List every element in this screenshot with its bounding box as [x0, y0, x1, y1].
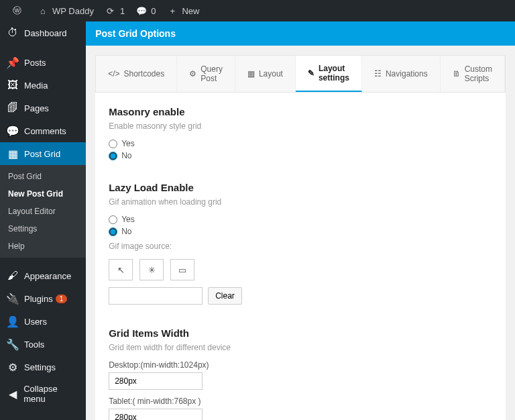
- layout-icon: ▦: [247, 69, 255, 78]
- comment-icon: 💬: [7, 125, 19, 137]
- comments-link[interactable]: 💬0: [130, 0, 161, 21]
- sidebar-item-posts[interactable]: 📌Posts: [0, 51, 86, 74]
- wordpress-icon: ⓦ: [11, 5, 23, 17]
- desktop-label: Desktop:(min-width:1024px): [109, 360, 492, 370]
- tablet-width-input[interactable]: [109, 409, 203, 420]
- page-title: Post Grid Options: [86, 21, 515, 46]
- width-title: Grid Items Width: [109, 327, 492, 339]
- sidebar-item-comments[interactable]: 💬Comments: [0, 119, 86, 142]
- tab-navigations[interactable]: ☷Navigations: [362, 56, 441, 92]
- tab-layout-settings[interactable]: ✎Layout settings: [296, 56, 362, 92]
- new-label: New: [182, 6, 199, 16]
- sidebar-submenu: Post Grid New Post Grid Layout Editor Se…: [0, 165, 86, 258]
- lazy-title: Lazy Load Enable: [109, 182, 492, 193]
- comments-count: 0: [151, 6, 156, 16]
- sidebar-item-dashboard[interactable]: ⏱Dashboard: [0, 21, 86, 44]
- submenu-layout-editor[interactable]: Layout Editor: [0, 203, 86, 220]
- sidebar-item-pages[interactable]: 🗐Pages: [0, 97, 86, 119]
- user-icon: 👤: [7, 315, 19, 327]
- new-link[interactable]: +New: [161, 0, 205, 21]
- gif-thumbs: ↖ ✳ ▭: [109, 259, 492, 280]
- media-icon: 🖾: [7, 79, 19, 91]
- page-icon: 🗐: [7, 102, 19, 114]
- grid-icon: ▦: [7, 148, 19, 160]
- submenu-new-postgrid[interactable]: New Post Grid: [0, 185, 86, 203]
- sidebar-item-media[interactable]: 🖾Media: [0, 74, 86, 97]
- updates-link[interactable]: ⟳1: [99, 0, 130, 21]
- submenu-postgrid[interactable]: Post Grid: [0, 168, 86, 185]
- tab-scripts[interactable]: 🗎Custom Scripts: [441, 56, 505, 92]
- site-link[interactable]: ⌂WP Daddy: [32, 0, 99, 21]
- content-area: Post Grid Options </>Shortcodes ⚙Query P…: [86, 21, 515, 420]
- gif-thumb-3[interactable]: ▭: [170, 259, 194, 280]
- updates-count: 1: [120, 6, 125, 16]
- home-icon: ⌂: [37, 5, 49, 17]
- tab-query[interactable]: ⚙Query Post: [177, 56, 235, 92]
- tab-shortcodes[interactable]: </>Shortcodes: [96, 56, 177, 92]
- masonry-title: Masonry enable: [109, 106, 492, 117]
- gif-source-input[interactable]: [109, 287, 203, 305]
- tablet-label: Tablet:( min-width:768px ): [109, 397, 492, 406]
- lazy-desc: Gif animation when loading grid: [109, 197, 492, 207]
- brush-icon: 🖌: [7, 270, 19, 282]
- masonry-radio-yes[interactable]: Yes: [109, 139, 492, 148]
- settings-panel: Masonry enable Enable masonry style grid…: [95, 93, 506, 420]
- wp-logo[interactable]: ⓦ: [5, 0, 32, 21]
- admin-sidebar: ⏱Dashboard 📌Posts 🖾Media 🗐Pages 💬Comment…: [0, 21, 86, 420]
- plugins-badge: 1: [56, 295, 68, 303]
- plus-icon: +: [166, 5, 178, 17]
- sidebar-item-appearance[interactable]: 🖌Appearance: [0, 264, 86, 287]
- tabs-nav: </>Shortcodes ⚙Query Post ▦Layout ✎Layou…: [95, 55, 506, 93]
- script-icon: 🗎: [453, 69, 461, 78]
- lazy-radio-yes[interactable]: Yes: [109, 215, 492, 224]
- sidebar-item-postgrid[interactable]: ▦Post Grid: [0, 142, 86, 165]
- comment-icon: 💬: [135, 5, 148, 17]
- site-name: WP Daddy: [52, 6, 94, 16]
- pencil-icon: ✎: [308, 68, 314, 78]
- clear-button[interactable]: Clear: [208, 287, 242, 305]
- pin-icon: 📌: [7, 56, 19, 68]
- gif-source-label: Gif image source:: [109, 242, 492, 251]
- collapse-icon: ◀: [7, 388, 18, 400]
- sidebar-item-plugins[interactable]: 🔌Plugins1: [0, 287, 86, 310]
- lazy-radio-no[interactable]: No: [109, 227, 492, 236]
- desktop-width-input[interactable]: [109, 372, 203, 390]
- sidebar-item-users[interactable]: 👤Users: [0, 310, 86, 333]
- sidebar-item-settings[interactable]: ⚙Settings: [0, 356, 86, 378]
- nav-icon: ☷: [374, 69, 382, 78]
- masonry-radio-no[interactable]: No: [109, 151, 492, 160]
- width-desc: Grid item width for different device: [109, 343, 492, 352]
- submenu-settings[interactable]: Settings: [0, 220, 86, 238]
- submenu-help[interactable]: Help: [0, 238, 86, 255]
- plug-icon: 🔌: [7, 293, 19, 305]
- gif-thumb-1[interactable]: ↖: [109, 259, 133, 280]
- tab-layout[interactable]: ▦Layout: [235, 56, 296, 92]
- wrench-icon: 🔧: [7, 338, 19, 350]
- sidebar-item-tools[interactable]: 🔧Tools: [0, 333, 86, 356]
- dashboard-icon: ⏱: [7, 27, 19, 39]
- sidebar-item-collapse[interactable]: ◀Collapse menu: [0, 378, 86, 409]
- sliders-icon: ⚙: [7, 361, 19, 373]
- gear-icon: ⚙: [189, 69, 196, 78]
- gif-thumb-2[interactable]: ✳: [139, 259, 164, 280]
- refresh-icon: ⟳: [105, 5, 117, 17]
- admin-toolbar: ⓦ ⌂WP Daddy ⟳1 💬0 +New: [0, 0, 515, 21]
- masonry-desc: Enable masonry style grid: [109, 121, 492, 131]
- code-icon: </>: [108, 69, 119, 78]
